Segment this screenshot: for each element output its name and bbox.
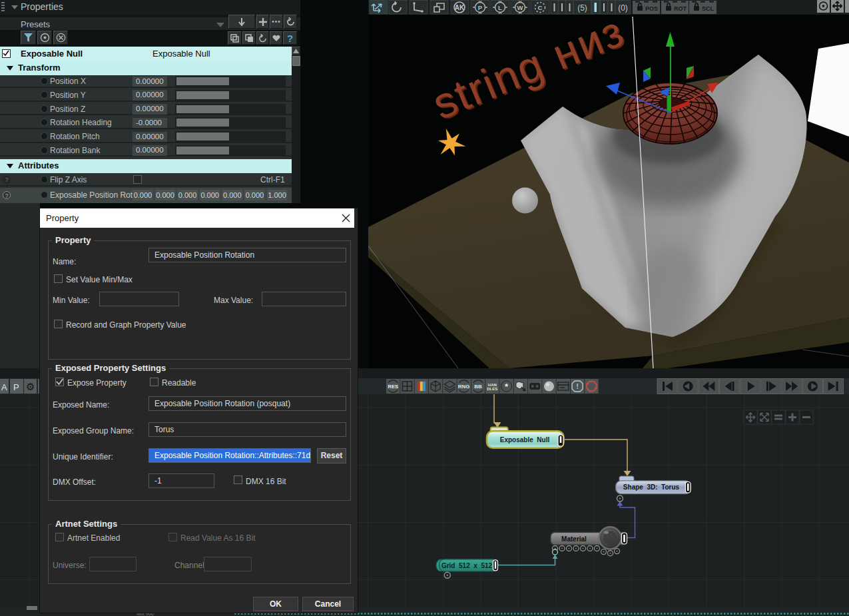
- svg-text:RNG: RNG: [458, 384, 470, 390]
- svg-text:P: P: [13, 382, 19, 392]
- svg-text:ROT: ROT: [674, 5, 687, 12]
- svg-text:P: P: [478, 4, 483, 11]
- svg-text:(5): (5): [577, 3, 587, 13]
- svg-text:Shape 3D: Torus: Shape 3D: Torus: [623, 483, 680, 491]
- svg-text:W: W: [517, 4, 523, 11]
- svg-text:Exposable Null: Exposable Null: [500, 436, 550, 444]
- svg-text:⚙: ⚙: [26, 381, 35, 392]
- svg-text:(0): (0): [618, 3, 628, 13]
- svg-text:BB: BB: [474, 384, 482, 390]
- svg-text:SCL: SCL: [702, 5, 714, 12]
- svg-text:Grid 512 x 512: Grid 512 x 512: [441, 562, 493, 569]
- svg-text:C: C: [538, 4, 543, 11]
- svg-text:DLES: DLES: [487, 387, 497, 391]
- svg-text:Material: Material: [561, 535, 587, 543]
- svg-text:L: L: [498, 4, 502, 11]
- svg-text:A: A: [1, 382, 7, 392]
- svg-text:POS: POS: [645, 5, 658, 12]
- svg-text:AK: AK: [455, 4, 465, 11]
- svg-text:RES: RES: [388, 384, 398, 390]
- svg-text:!: !: [576, 383, 578, 390]
